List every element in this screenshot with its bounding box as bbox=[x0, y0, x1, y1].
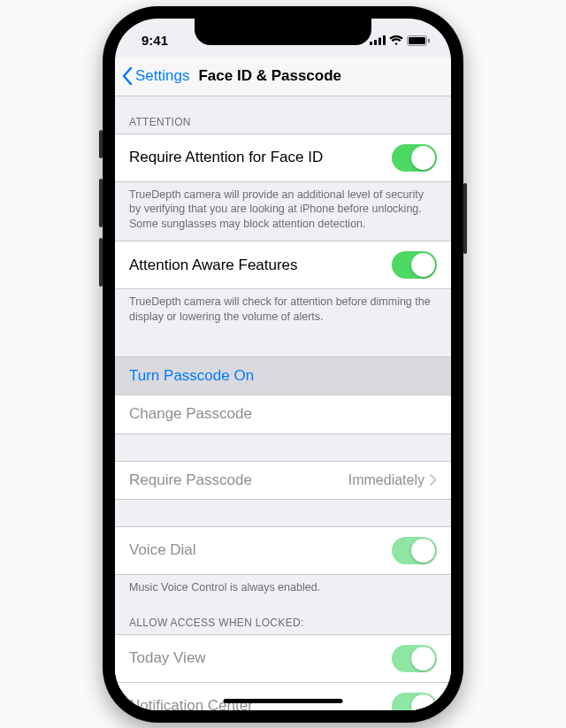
chevron-right-icon bbox=[430, 474, 437, 486]
page-title: Face ID & Passcode bbox=[198, 67, 341, 85]
row-label: Change Passcode bbox=[129, 405, 252, 423]
cellular-icon bbox=[370, 35, 386, 45]
svg-rect-1 bbox=[374, 40, 377, 45]
volume-down-button bbox=[99, 238, 103, 287]
toggle-notification-center[interactable] bbox=[392, 693, 437, 710]
row-label: Require Attention for Face ID bbox=[129, 149, 323, 166]
footer-voice-dial: Music Voice Control is always enabled. bbox=[115, 575, 451, 604]
status-time: 9:41 bbox=[142, 33, 168, 48]
side-button bbox=[463, 183, 467, 254]
battery-icon bbox=[407, 35, 430, 46]
svg-rect-2 bbox=[379, 38, 381, 46]
svg-rect-0 bbox=[370, 42, 372, 45]
toggle-attention-aware[interactable] bbox=[392, 251, 437, 279]
toggle-require-attention[interactable] bbox=[392, 144, 437, 172]
back-label: Settings bbox=[135, 67, 189, 85]
row-label: Voice Dial bbox=[129, 541, 196, 559]
toggle-voice-dial[interactable] bbox=[392, 537, 437, 564]
home-indicator[interactable] bbox=[224, 699, 343, 703]
chevron-left-icon bbox=[122, 67, 133, 85]
wifi-icon bbox=[389, 35, 403, 45]
screen: 9:41 Settings Face ID & Passcode ATTENTI… bbox=[115, 19, 451, 710]
back-button[interactable]: Settings bbox=[122, 67, 189, 85]
nav-bar: Settings Face ID & Passcode bbox=[115, 57, 451, 96]
svg-rect-6 bbox=[428, 38, 430, 42]
row-turn-passcode-on[interactable]: Turn Passcode On bbox=[115, 356, 451, 395]
row-attention-aware[interactable]: Attention Aware Features bbox=[115, 241, 451, 289]
svg-rect-3 bbox=[383, 35, 386, 45]
volume-up-button bbox=[99, 179, 103, 227]
section-header-locked: ALLOW ACCESS WHEN LOCKED: bbox=[115, 604, 451, 634]
row-require-passcode[interactable]: Require Passcode Immediately bbox=[115, 461, 451, 500]
toggle-today-view[interactable] bbox=[392, 645, 437, 672]
row-today-view[interactable]: Today View bbox=[115, 634, 451, 683]
notch bbox=[195, 19, 371, 45]
footer-attention-aware: TrueDepth camera will check for attentio… bbox=[115, 289, 451, 333]
row-voice-dial[interactable]: Voice Dial bbox=[115, 526, 451, 575]
svg-rect-5 bbox=[409, 37, 425, 44]
section-header-attention: ATTENTION bbox=[115, 96, 451, 134]
content-scroll[interactable]: ATTENTION Require Attention for Face ID … bbox=[115, 96, 451, 710]
row-change-passcode[interactable]: Change Passcode bbox=[115, 395, 451, 434]
mute-switch bbox=[99, 130, 103, 158]
row-label: Turn Passcode On bbox=[129, 367, 254, 385]
footer-require-attention: TrueDepth camera will provide an additio… bbox=[115, 182, 451, 241]
device-frame: 9:41 Settings Face ID & Passcode ATTENTI… bbox=[103, 6, 463, 723]
row-notification-center[interactable]: Notification Center bbox=[115, 683, 451, 710]
row-detail-value: Immediately bbox=[348, 472, 424, 488]
row-label: Require Passcode bbox=[129, 471, 252, 489]
row-label: Attention Aware Features bbox=[129, 257, 298, 274]
row-label: Today View bbox=[129, 649, 206, 667]
status-icons bbox=[370, 35, 430, 46]
row-require-attention[interactable]: Require Attention for Face ID bbox=[115, 134, 451, 182]
